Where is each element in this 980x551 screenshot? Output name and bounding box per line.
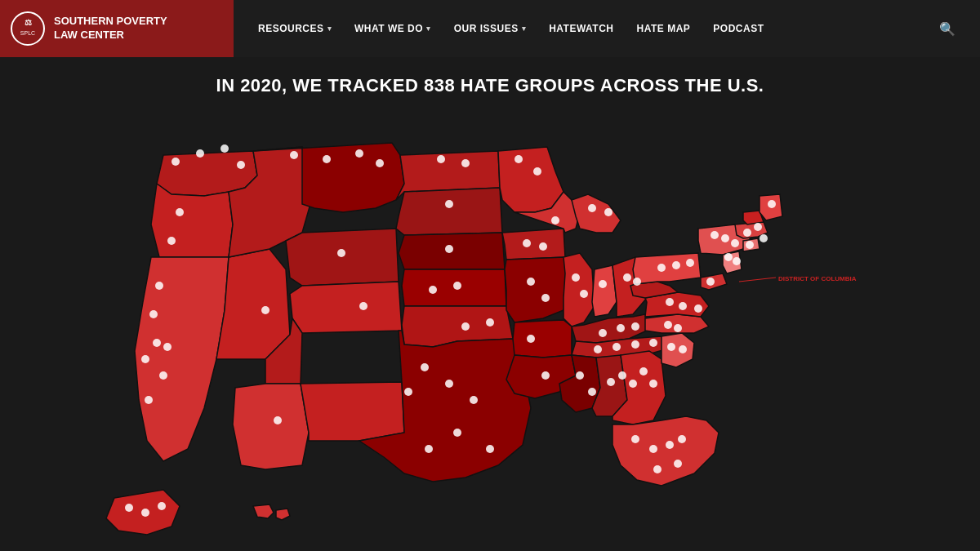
svg-point-33 [470,396,478,404]
us-hate-map[interactable]: DISTRICT OF COLUMBIA [90,106,890,551]
header: ⚖ SPLC Southern Poverty Law Center RESOU… [0,0,980,57]
logo-line1: Southern Poverty [54,15,167,29]
nav-hatewatch[interactable]: HATEWATCH [549,23,613,34]
headline: IN 2020, WE TRACKED 838 HATE GROUPS ACRO… [216,75,764,96]
svg-point-57 [594,345,602,353]
svg-point-53 [633,278,641,286]
svg-point-93 [746,241,754,249]
svg-point-90 [743,229,751,237]
svg-point-37 [425,445,433,453]
svg-point-6 [220,144,229,153]
nav-what-we-do[interactable]: WHAT WE DO ▾ [354,23,431,34]
svg-point-43 [539,242,547,251]
svg-point-17 [261,306,270,314]
main-content: IN 2020, WE TRACKED 838 HATE GROUPS ACRO… [0,57,980,551]
svg-point-9 [167,237,176,245]
svg-point-0 [11,12,44,45]
svg-point-54 [599,329,607,337]
svg-point-13 [159,371,167,380]
svg-point-94 [768,200,776,208]
svg-point-47 [572,273,580,282]
map-container: DISTRICT OF COLUMBIA [90,106,890,551]
svg-point-28 [445,245,453,253]
svg-point-16 [141,355,149,363]
svg-line-3 [739,278,776,282]
svg-point-99 [158,502,166,510]
svg-point-88 [721,234,729,242]
svg-point-86 [686,259,694,267]
chevron-down-icon: ▾ [522,24,527,33]
nav-our-issues[interactable]: OUR ISSUES ▾ [454,23,527,34]
svg-point-69 [649,380,657,388]
main-nav: RESOURCES ▾ WHAT WE DO ▾ OUR ISSUES ▾ HA… [234,0,980,57]
svg-point-4 [172,158,180,166]
svg-point-64 [588,388,596,396]
search-icon[interactable]: 🔍 [939,21,956,37]
svg-point-77 [674,324,682,332]
nav-resources[interactable]: RESOURCES ▾ [258,23,332,34]
svg-point-18 [274,416,282,424]
svg-point-5 [196,149,204,158]
svg-point-29 [453,282,461,290]
svg-point-80 [666,298,674,306]
dc-label: DISTRICT OF COLUMBIA [778,275,857,282]
svg-point-30 [429,286,437,294]
svg-point-65 [607,378,615,386]
svg-point-70 [631,435,639,443]
svg-point-7 [237,161,245,169]
svg-point-61 [527,335,535,343]
svg-point-60 [649,339,657,347]
svg-point-87 [710,231,719,239]
logo-line2: Law Center [54,29,167,42]
nav-hate-map[interactable]: HATE MAP [637,23,691,34]
svg-point-23 [337,249,345,257]
svg-point-44 [527,278,535,286]
svg-point-82 [694,304,702,313]
svg-point-78 [667,343,675,351]
svg-point-14 [145,396,153,404]
svg-point-83 [706,278,715,286]
svg-point-52 [623,273,631,282]
svg-point-85 [672,261,680,269]
svg-point-11 [149,310,158,318]
svg-point-39 [486,318,494,327]
svg-point-55 [617,324,625,332]
svg-point-27 [445,200,453,208]
svg-point-10 [155,282,163,290]
chevron-down-icon: ▾ [426,24,431,33]
svg-point-49 [588,204,596,212]
svg-point-97 [125,504,133,512]
svg-point-75 [674,460,682,468]
logo-area[interactable]: ⚖ SPLC Southern Poverty Law Center [0,0,234,57]
logo-text: Southern Poverty Law Center [54,15,167,42]
svg-point-38 [461,322,470,331]
svg-point-74 [653,465,662,473]
svg-point-19 [290,151,298,159]
svg-point-45 [541,294,550,302]
svg-point-66 [618,371,626,380]
svg-point-92 [760,234,768,242]
svg-point-59 [631,340,639,349]
svg-point-25 [437,155,445,163]
svg-point-56 [631,322,639,331]
svg-text:SPLC: SPLC [20,30,35,36]
svg-point-31 [421,363,429,371]
svg-point-36 [404,388,412,396]
svg-point-96 [733,257,741,265]
svg-point-58 [612,343,621,351]
svg-point-8 [176,208,184,216]
nav-podcast[interactable]: PODCAST [713,23,764,34]
svg-point-24 [359,302,368,310]
svg-point-98 [141,509,149,517]
svg-point-84 [657,264,666,272]
splc-logo-icon: ⚖ SPLC [10,11,46,47]
svg-point-50 [604,208,612,216]
svg-point-21 [355,149,363,158]
svg-text:⚖: ⚖ [24,18,32,27]
svg-point-67 [629,380,637,388]
svg-point-89 [731,239,739,247]
svg-point-72 [666,441,674,449]
svg-point-79 [679,345,687,353]
chevron-down-icon: ▾ [327,24,332,33]
svg-point-42 [523,239,531,247]
